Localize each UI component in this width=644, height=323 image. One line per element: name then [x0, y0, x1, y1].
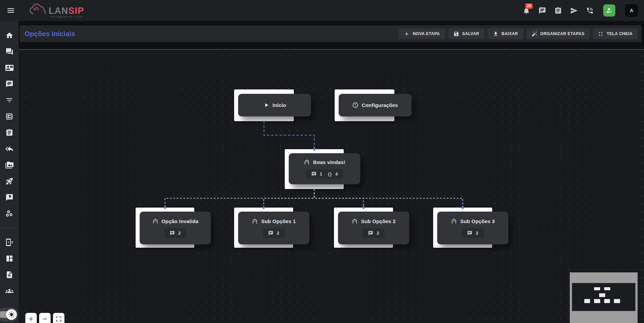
- organizar-etapas-button[interactable]: ORGANIZAR ETAPAS: [527, 28, 590, 39]
- sidebar-item-hub[interactable]: [2, 206, 17, 221]
- sidebar-item-chats[interactable]: [2, 76, 17, 92]
- fit-view-button[interactable]: [53, 313, 64, 323]
- menu-button[interactable]: [5, 4, 17, 17]
- flow-node-inicio[interactable]: Início: [234, 89, 294, 121]
- cloud-logo-icon: [28, 3, 48, 18]
- plus-icon: [404, 31, 410, 37]
- theme-toggle[interactable]: [0, 307, 18, 322]
- agent-check-icon: [606, 7, 613, 14]
- sidebar-item-chat-bookmark[interactable]: [2, 190, 17, 205]
- notifications-button[interactable]: 20: [522, 6, 531, 15]
- rocket-icon: [5, 177, 13, 185]
- node-header: Início: [263, 102, 286, 108]
- page-title: Opções Iniciais: [25, 30, 75, 38]
- node-badge: 2: [170, 231, 180, 236]
- node-card: Configurações: [339, 94, 412, 116]
- node-input-handle[interactable]: [164, 206, 166, 209]
- reply-all-icon: [5, 145, 13, 153]
- minimap-viewport[interactable]: [572, 283, 636, 311]
- node-input-handle[interactable]: [363, 206, 364, 209]
- node-badges: 2: [164, 228, 186, 238]
- node-badges: 2: [462, 228, 483, 238]
- minus-icon: [41, 316, 48, 322]
- button-label: SALVAR: [462, 31, 479, 36]
- button-label: ORGANIZAR ETAPAS: [540, 31, 585, 36]
- minimap-node-opcao-invalida: [584, 299, 590, 303]
- node-label: Sub Opções 2: [361, 218, 395, 224]
- assignment-icon: [5, 129, 13, 137]
- node-badges: 2: [263, 228, 284, 238]
- flow-canvas[interactable]: Início Configurações Boas vindas! 1{}4 O…: [19, 49, 644, 323]
- robot-icon: [304, 159, 310, 165]
- button-label: BAIXAR: [502, 31, 518, 36]
- agent-status-button[interactable]: [603, 4, 615, 17]
- tela-cheia-button[interactable]: TELA CHEIA: [593, 28, 638, 39]
- flow-edge-boas-vindas-to-sub-opcoes-3: [314, 189, 463, 208]
- flow-node-sub-opcoes-2[interactable]: Sub Opções 2 2: [334, 208, 393, 248]
- play-icon: [263, 102, 270, 108]
- badge-value: 2: [476, 231, 478, 236]
- sidebar-divider: [0, 228, 19, 228]
- node-label: Configurações: [362, 102, 398, 108]
- node-input-handle[interactable]: [462, 206, 464, 209]
- flow-node-sub-opcoes-3[interactable]: Sub Opções 3 2: [433, 208, 492, 248]
- sidebar-item-assignments[interactable]: [2, 125, 17, 140]
- sidebar-item-teams[interactable]: [2, 283, 17, 299]
- node-header: Sub Opções 2: [352, 218, 395, 224]
- tasks-button[interactable]: [554, 6, 562, 15]
- sidebar-item-softphone[interactable]: [2, 235, 17, 250]
- sidebar-item-home[interactable]: [2, 28, 17, 43]
- minimap-node-sub-opcoes-3: [614, 299, 620, 303]
- robot-icon: [451, 218, 457, 224]
- home-icon: [5, 31, 13, 39]
- topbar-actions: 20A: [522, 4, 638, 17]
- sidebar: [0, 21, 19, 323]
- canvas-zoom-controls: [25, 313, 64, 323]
- phone-ring-icon: [5, 238, 13, 246]
- sidebar-item-conversations[interactable]: [2, 44, 17, 59]
- sidebar-item-media[interactable]: [2, 157, 17, 173]
- sidebar-item-launch[interactable]: [2, 173, 17, 189]
- node-badge: 2: [368, 231, 379, 236]
- node-input-handle[interactable]: [263, 206, 264, 209]
- error-icon: [352, 102, 359, 108]
- app-root: LANSIP Tecnologia em voz e cloud 20A Opç…: [0, 0, 644, 323]
- sidebar-item-replies[interactable]: [2, 141, 17, 157]
- sidebar-item-reports[interactable]: [2, 267, 17, 282]
- sidebar-item-board[interactable]: [2, 109, 17, 124]
- phone-icon: [586, 7, 594, 15]
- badge-value: 2: [178, 231, 180, 236]
- zoom-in-button[interactable]: [25, 313, 37, 323]
- zoom-out-button[interactable]: [39, 313, 51, 323]
- flow-node-sub-opcoes-1[interactable]: Sub Opções 1 2: [234, 208, 293, 248]
- flow-node-configuracoes[interactable]: Configurações: [335, 89, 394, 121]
- notification-badge: 20: [525, 3, 533, 9]
- node-badges: 1{}4: [306, 169, 343, 179]
- baixar-button[interactable]: BAIXAR: [488, 28, 523, 39]
- fit-icon: [55, 316, 62, 322]
- sidebar-item-contacts[interactable]: [2, 60, 17, 76]
- flow-node-opcao-invalida[interactable]: Opção Invalida 2: [136, 208, 194, 248]
- sidebar-item-filters[interactable]: [2, 92, 17, 108]
- flow-toolbar: Opções Iniciais NOVA ETAPASALVARBAIXAROR…: [20, 25, 642, 42]
- avatar[interactable]: A: [625, 4, 638, 17]
- minimap[interactable]: [570, 272, 638, 323]
- calls-button[interactable]: [585, 6, 594, 15]
- node-header: Configurações: [352, 102, 398, 108]
- fullscreen-icon: [598, 31, 604, 37]
- sidebar-item-dashboard[interactable]: [2, 251, 17, 266]
- salvar-button[interactable]: SALVAR: [448, 28, 484, 39]
- logo-text: LANSIP: [49, 6, 84, 15]
- robot-icon: [152, 218, 159, 224]
- send-button[interactable]: [569, 6, 578, 15]
- flow-node-boas-vindas[interactable]: Boas vindas! 1{}4: [285, 149, 344, 189]
- node-input-handle[interactable]: [313, 147, 315, 151]
- download-icon: [493, 31, 499, 37]
- minimap-node-configuracoes: [604, 287, 610, 290]
- topbar: LANSIP Tecnologia em voz e cloud 20A: [0, 0, 644, 21]
- toolbar-buttons: NOVA ETAPASALVARBAIXARORGANIZAR ETAPASTE…: [399, 28, 638, 39]
- nova-etapa-button[interactable]: NOVA ETAPA: [399, 28, 445, 39]
- chat-bubble-icon: [467, 231, 472, 236]
- messages-button[interactable]: [538, 6, 547, 15]
- node-card: Boas vindas! 1{}4: [289, 153, 360, 184]
